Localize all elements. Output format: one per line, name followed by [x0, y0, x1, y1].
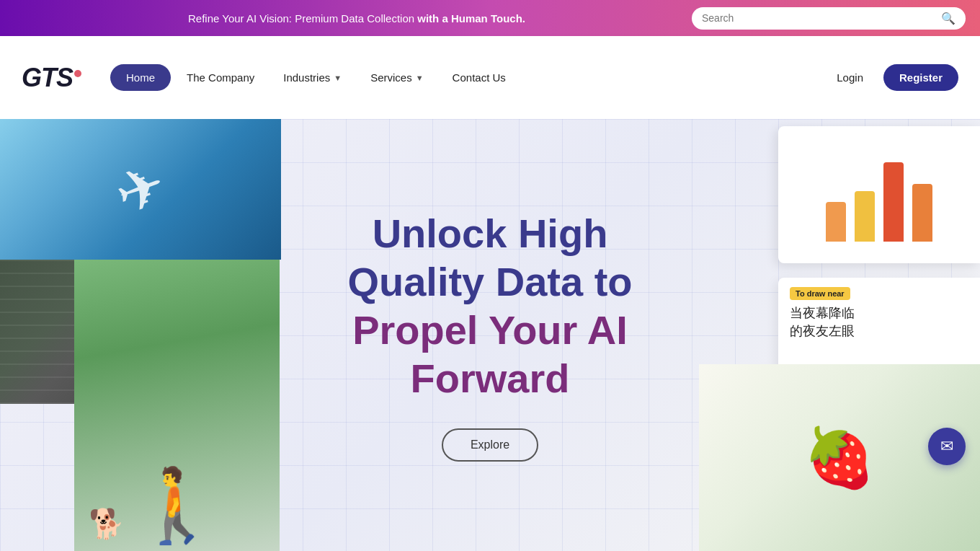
hero-section: ✈ 🚶 🐕 Unlock High Quality Data to Propel… [0, 119, 980, 551]
nav-services[interactable]: Services ▼ [357, 64, 436, 91]
search-container[interactable]: 🔍 [692, 7, 966, 30]
nav-industries[interactable]: Industries ▼ [270, 64, 355, 91]
announcement-text: Refine Your AI Vision: Premium Data Coll… [22, 12, 692, 25]
top-bar: Refine Your AI Vision: Premium Data Coll… [0, 0, 980, 36]
register-button[interactable]: Register [883, 64, 958, 91]
hero-title: Unlock High Quality Data to Propel Your … [303, 209, 677, 403]
search-icon[interactable]: 🔍 [941, 12, 956, 25]
logo-text: GTS [22, 63, 81, 93]
hero-content: Unlock High Quality Data to Propel Your … [0, 209, 980, 462]
login-button[interactable]: Login [827, 66, 873, 89]
hero-title-line1: Unlock High Quality Data to [303, 209, 677, 306]
person-icon: 🚶 [132, 469, 222, 541]
main-nav: Home The Company Industries ▼ Services ▼… [110, 64, 827, 91]
nav-right: Login Register [827, 64, 958, 91]
nav-the-company[interactable]: The Company [174, 64, 267, 91]
explore-button[interactable]: Explore [442, 428, 538, 462]
logo-dot [74, 70, 81, 77]
nav-contact[interactable]: Contact Us [440, 64, 519, 91]
dog-icon: 🐕 [89, 507, 125, 541]
services-chevron-icon: ▼ [416, 74, 424, 82]
header: GTS Home The Company Industries ▼ Servic… [0, 36, 980, 119]
hero-title-line2: Propel Your AI Forward [303, 306, 677, 402]
nav-home[interactable]: Home [110, 64, 171, 91]
chat-icon: ✉ [940, 437, 953, 456]
logo: GTS [22, 63, 81, 93]
industries-chevron-icon: ▼ [334, 74, 342, 82]
chat-bubble-button[interactable]: ✉ [928, 428, 966, 465]
search-input[interactable] [702, 12, 941, 24]
